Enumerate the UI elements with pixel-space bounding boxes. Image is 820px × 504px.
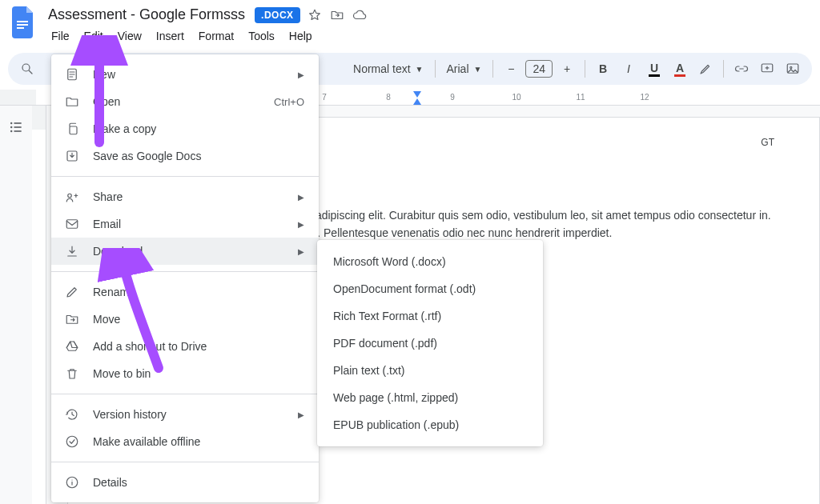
menu-help[interactable]: Help: [283, 26, 319, 46]
separator: [585, 60, 585, 78]
document-title[interactable]: Assessment - Google Formsss: [45, 5, 248, 25]
decrease-font-icon[interactable]: −: [500, 58, 522, 80]
insert-link-icon[interactable]: [730, 58, 753, 80]
svg-rect-1: [17, 24, 28, 26]
svg-rect-10: [14, 122, 22, 124]
submenu-arrow-icon: ▶: [298, 193, 304, 202]
ruler-number: 12: [613, 93, 677, 102]
cloud-status-icon[interactable]: [352, 7, 368, 23]
font-family-select[interactable]: Arial▼: [442, 62, 487, 75]
text-color-button[interactable]: A: [669, 58, 691, 80]
star-icon[interactable]: [307, 7, 323, 23]
separator: [492, 60, 493, 78]
svg-point-6: [790, 66, 792, 68]
svg-point-7: [10, 122, 12, 125]
submenu-arrow-icon: ▶: [298, 247, 304, 256]
add-comment-icon[interactable]: [756, 58, 778, 80]
menu-format[interactable]: Format: [192, 26, 240, 46]
file-menu-version-history[interactable]: Version history▶: [51, 401, 319, 428]
separator: [435, 60, 436, 78]
download-icon: [64, 243, 80, 259]
svg-point-9: [10, 130, 12, 133]
italic-button[interactable]: I: [617, 58, 640, 80]
font-size-input[interactable]: 24: [525, 60, 553, 78]
move-icon: [64, 311, 80, 327]
rename-icon: [64, 284, 80, 300]
menu-shortcut: Ctrl+O: [274, 96, 304, 108]
trash-icon: [64, 366, 80, 382]
svg-point-8: [10, 126, 12, 129]
offline-icon: [64, 434, 80, 450]
docs-logo[interactable]: [8, 6, 40, 38]
menu-item-label: Version history: [93, 408, 285, 421]
menu-divider: [51, 462, 319, 462]
ruler-number: 8: [356, 93, 420, 102]
move-folder-icon[interactable]: [329, 7, 345, 23]
svg-rect-2: [17, 27, 24, 29]
menu-item-label: Share: [93, 190, 285, 203]
insert-image-icon[interactable]: [782, 58, 804, 80]
download-option[interactable]: Plain text (.txt): [317, 357, 543, 384]
vertical-ruler[interactable]: [32, 106, 46, 504]
download-option[interactable]: PDF document (.pdf): [317, 330, 543, 357]
menu-item-label: Make available offline: [93, 435, 304, 448]
history-icon: [64, 406, 80, 422]
submenu-arrow-icon: ▶: [298, 410, 304, 419]
ruler-number: 11: [549, 93, 613, 102]
menu-item-label: Email: [93, 218, 285, 230]
highlight-button[interactable]: [694, 58, 717, 80]
save-icon: [64, 148, 80, 164]
svg-point-18: [66, 436, 78, 447]
page-header-right: GT: [761, 137, 774, 148]
share-icon: [64, 189, 80, 205]
download-option[interactable]: EPUB publication (.epub): [317, 411, 543, 438]
paragraph-style-select[interactable]: Normal text▼: [348, 62, 428, 75]
outline-toggle-icon[interactable]: [4, 115, 28, 139]
menu-item-label: Save as Google Docs: [93, 150, 304, 162]
separator: [723, 60, 724, 78]
file-menu-email[interactable]: Email▶: [51, 210, 319, 238]
submenu-arrow-icon: ▶: [298, 70, 304, 79]
annotation-arrow: [67, 35, 163, 147]
svg-point-16: [68, 194, 72, 198]
chevron-down-icon: ▼: [416, 65, 424, 74]
ruler-number: 10: [484, 93, 549, 102]
download-option[interactable]: Microsoft Word (.docx): [317, 248, 543, 275]
drive-icon: [64, 338, 80, 354]
download-option[interactable]: OpenDocument format (.odt): [317, 275, 543, 302]
underline-button[interactable]: U: [643, 58, 665, 80]
mail-icon: [64, 216, 80, 232]
font-family-label: Arial: [447, 62, 469, 75]
bold-button[interactable]: B: [592, 58, 614, 80]
svg-rect-12: [14, 130, 22, 132]
download-option[interactable]: Web page (.html, zipped): [317, 384, 543, 411]
download-option[interactable]: Rich Text Format (.rtf): [317, 302, 543, 330]
file-menu-make-available-offline[interactable]: Make available offline: [51, 428, 319, 455]
chevron-down-icon: ▼: [474, 65, 482, 74]
svg-point-3: [22, 64, 30, 71]
svg-rect-0: [17, 21, 28, 22]
menu-divider: [51, 176, 319, 177]
ruler-number: 9: [420, 93, 484, 102]
docx-badge: .DOCX: [255, 7, 300, 23]
file-menu-details[interactable]: Details: [51, 469, 319, 496]
file-menu-share[interactable]: Share▶: [51, 183, 319, 210]
info-icon: [64, 474, 80, 490]
menu-tools[interactable]: Tools: [242, 26, 281, 46]
paragraph-style-label: Normal text: [353, 62, 411, 75]
svg-rect-17: [66, 220, 78, 229]
submenu-arrow-icon: ▶: [298, 220, 304, 229]
download-submenu-panel: Microsoft Word (.docx)OpenDocument forma…: [317, 240, 543, 446]
menu-item-label: Details: [93, 476, 304, 489]
menu-divider: [51, 394, 319, 394]
increase-font-icon[interactable]: +: [556, 58, 578, 80]
search-menus-icon[interactable]: [16, 58, 38, 80]
svg-rect-11: [14, 126, 22, 128]
annotation-arrow: [96, 248, 192, 376]
